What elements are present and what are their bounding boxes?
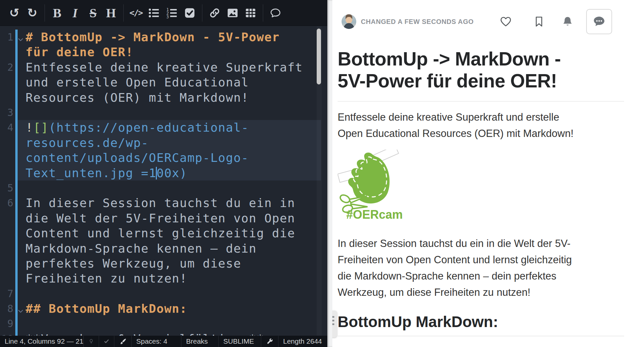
- line-content: In dieser Session tauchst du ein indie W…: [18, 195, 321, 286]
- status-brush[interactable]: [114, 336, 132, 347]
- strikethrough-icon: S: [89, 7, 96, 19]
- toolbar-undo-button[interactable]: ↺: [5, 4, 23, 22]
- code-token: resources.de/wp-: [26, 136, 149, 150]
- status-wrench[interactable]: [261, 336, 278, 347]
- preview-scroll-area[interactable]: CHANGED A FEW SECONDS AGO BottomUp -> Ma…: [332, 0, 644, 347]
- check-list-icon: [184, 7, 195, 19]
- toolbar-check-list-button[interactable]: [181, 4, 199, 22]
- toolbar-ordered-list-button[interactable]: 123: [163, 4, 181, 22]
- editor-line: 3: [0, 105, 327, 120]
- author-avatar[interactable]: [342, 14, 356, 29]
- toolbar-heading-button[interactable]: H: [102, 4, 120, 22]
- code-row: perfektes Werkzeug, um diese: [26, 256, 321, 271]
- change-gutter-bar: [15, 286, 18, 301]
- code-row: und erstelle Open Educational: [26, 75, 321, 90]
- like-button[interactable]: [500, 16, 512, 28]
- bookmark-icon: [533, 16, 545, 28]
- oercamp-logo-text: #OERcamp: [346, 208, 403, 221]
- preview-pane: CHANGED A FEW SECONDS AGO BottomUp -> Ma…: [332, 0, 644, 347]
- fold-chevron-icon[interactable]: [17, 303, 25, 311]
- code-token: für deine OER!: [26, 45, 133, 59]
- line-content: Entfessele deine kreative Superkraftund …: [18, 60, 321, 105]
- code-token: []: [33, 121, 49, 134]
- toolbar-group: BISH: [45, 4, 124, 22]
- toolbar-unordered-list-button[interactable]: [145, 4, 163, 22]
- line-content: ## BottomUp MarkDown:: [18, 301, 321, 316]
- change-gutter-bar: [15, 316, 18, 331]
- link-icon: [209, 7, 220, 19]
- toolbar-code-button[interactable]: </>: [127, 4, 145, 22]
- code-editor[interactable]: 1# BottomUp -> MarkDown - 5V-Powerfür de…: [0, 26, 327, 336]
- status-spaces-label: Spaces: 4: [136, 337, 167, 345]
- editor-scrollbar-thumb[interactable]: [317, 29, 321, 84]
- status-cursor-position[interactable]: Line 4, Columns 92 — 21: [0, 336, 84, 347]
- svg-text:3: 3: [166, 14, 169, 18]
- undo-icon: ↺: [9, 7, 19, 19]
- unordered-list-icon: [148, 7, 160, 19]
- line-number: 4: [0, 120, 15, 180]
- fold-chevron-icon[interactable]: [17, 32, 25, 40]
- line-number: 2: [0, 60, 15, 105]
- code-row: Entfessele deine kreative Superkraft: [26, 60, 321, 75]
- check-icon: [104, 338, 109, 345]
- code-row: Text_unten.jpg =100x): [26, 166, 321, 180]
- editor-line: 4![](https://open-educational-resources.…: [0, 120, 327, 180]
- line-number: 3: [0, 105, 15, 120]
- note-header: CHANGED A FEW SECONDS AGO: [338, 10, 624, 33]
- redo-icon: ↻: [27, 7, 37, 19]
- toolbar-bold-button[interactable]: B: [48, 4, 66, 22]
- code-row: [26, 286, 321, 301]
- code-row: Freiheiten zu nutzen!: [26, 271, 321, 286]
- text-line: die Markdown-Sprache kennen – dein perfe…: [338, 268, 624, 284]
- code-row: die Welt der 5V-Freiheiten von Open: [26, 211, 321, 226]
- line-number: 1: [0, 30, 15, 60]
- status-spaces[interactable]: Spaces: 4: [132, 336, 181, 347]
- editor-line: 5: [0, 180, 327, 195]
- status-keymap[interactable]: SUBLIME: [219, 336, 261, 347]
- editor-line: 7: [0, 286, 327, 301]
- change-gutter-bar: [15, 195, 18, 286]
- toolbar-link-button[interactable]: [206, 4, 224, 22]
- bookmark-button[interactable]: [533, 16, 545, 28]
- toc-toggle-tab[interactable]: [332, 311, 337, 337]
- bell-icon: [562, 16, 574, 28]
- text-line: Freiheiten von Open Content und lernst g…: [338, 252, 624, 268]
- hamburger-icon: [332, 316, 334, 318]
- text-line: 5V-Power für deine OER!: [338, 70, 624, 92]
- brush-icon: [119, 338, 127, 345]
- change-gutter-bar: [15, 120, 18, 180]
- toolbar-group: ↺↻: [2, 4, 45, 22]
- code-row: Resources (OER) mit Markdown!: [26, 90, 321, 105]
- toolbar-redo-button[interactable]: ↻: [23, 4, 41, 22]
- code-row: für deine OER!: [26, 45, 321, 59]
- code-row: **Verwahren & Vervielfältigen**: [26, 331, 321, 336]
- code-token: und erstelle Open Educational: [26, 75, 249, 89]
- toolbar-image-button[interactable]: [224, 4, 242, 22]
- code-row: [26, 105, 321, 120]
- pane-divider[interactable]: [327, 0, 332, 347]
- toolbar-comment-button[interactable]: [267, 4, 284, 22]
- heart-icon: [500, 16, 512, 28]
- editor-line: 1# BottomUp -> MarkDown - 5V-Powerfür de…: [0, 30, 327, 60]
- line-content: [18, 105, 321, 120]
- editor-line: 8## BottomUp MarkDown:: [0, 301, 327, 316]
- toolbar-strikethrough-button[interactable]: S: [84, 4, 102, 22]
- title-divider: [338, 101, 624, 102]
- toolbar-table-button[interactable]: [242, 4, 260, 22]
- comments-button[interactable]: [586, 9, 612, 34]
- status-check[interactable]: [99, 336, 114, 347]
- toolbar-italic-button[interactable]: I: [66, 4, 84, 22]
- status-length[interactable]: Length 2644: [278, 336, 327, 347]
- comment-bubble-icon: [592, 15, 606, 28]
- status-breaks[interactable]: Breaks: [181, 336, 219, 347]
- line-content: [18, 180, 321, 195]
- text-line: BottomUp -> MarkDown -: [338, 48, 624, 70]
- subscribe-button[interactable]: [562, 16, 574, 28]
- code-row: ![](https://open-educational-: [26, 120, 321, 135]
- hamburger-icon: [332, 320, 334, 321]
- code-token: content/uploads/OERCamp-Logo-: [26, 151, 249, 165]
- italic-icon: I: [73, 7, 78, 19]
- change-gutter-bar: [15, 331, 18, 336]
- status-lightbulb[interactable]: [84, 336, 99, 347]
- line-content: [18, 316, 321, 331]
